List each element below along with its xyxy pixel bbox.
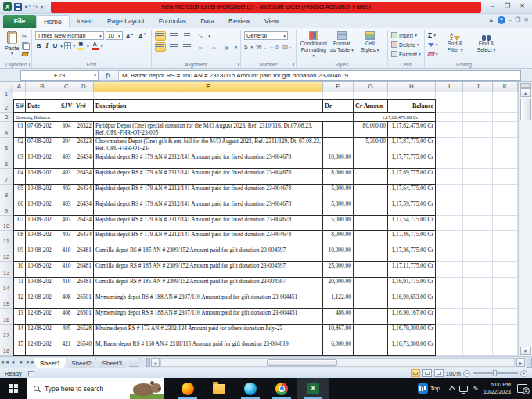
cell[interactable]: 1,17,69,775.00 Cr xyxy=(388,169,436,185)
table-header-sjv[interactable]: SJV xyxy=(59,99,74,113)
cell[interactable] xyxy=(436,231,463,246)
network-icon[interactable] xyxy=(459,386,468,392)
underline-button[interactable]: U xyxy=(52,42,59,49)
tab-formulas[interactable]: Formulas xyxy=(152,15,193,28)
scroll-left-icon[interactable]: ◄ xyxy=(151,358,160,367)
clipboard-dialog-launcher[interactable] xyxy=(26,63,30,66)
cell[interactable]: 1,17,36,775.00 Cr xyxy=(388,246,436,262)
name-box-dropdown-icon[interactable]: ▾ xyxy=(94,73,96,77)
minimize-button[interactable]: – xyxy=(486,2,499,12)
column-header-K[interactable]: K xyxy=(493,82,518,92)
row-header-9[interactable]: 9 xyxy=(0,200,13,216)
taskbar-firefox[interactable] xyxy=(172,378,203,399)
alignment-dialog-launcher[interactable] xyxy=(235,63,239,66)
cell[interactable] xyxy=(74,92,94,99)
tab-home[interactable]: Home xyxy=(36,15,70,28)
pen-icon[interactable]: ✎ xyxy=(473,385,479,393)
column-header-C[interactable]: C xyxy=(59,82,74,92)
table-header-sl-[interactable]: Sl# xyxy=(13,99,26,113)
scrollbar-resize-handle[interactable] xyxy=(527,358,532,368)
show-hidden-icons-chevron[interactable] xyxy=(449,386,455,392)
cell[interactable] xyxy=(436,216,463,232)
format-painter-icon[interactable] xyxy=(21,52,28,56)
cell[interactable] xyxy=(354,293,388,309)
cell[interactable]: 1,122.00 xyxy=(323,293,354,309)
cell[interactable] xyxy=(493,99,518,113)
row-header-13[interactable]: 13 xyxy=(0,262,13,278)
tab-insert[interactable]: Insert xyxy=(70,15,100,28)
pin-ribbon-icon[interactable]: ▲ xyxy=(488,16,494,24)
cell[interactable]: 1,17,46,775.00 Cr xyxy=(388,231,436,246)
cell[interactable]: 1,17,54,775.00 Cr xyxy=(388,216,436,232)
cell[interactable]: 1,16,91,775.00 Cr xyxy=(388,278,436,293)
customize-qat-icon[interactable]: ▾ xyxy=(41,4,43,9)
cell[interactable] xyxy=(13,92,26,99)
format-cells-button[interactable]: Format▾ xyxy=(391,50,421,58)
cell[interactable]: 10-08-202 xyxy=(26,278,59,293)
table-header-cr-amoun[interactable]: Cr Amoun xyxy=(354,99,388,113)
accounting-format-button[interactable]: $ xyxy=(244,43,247,50)
paste-button[interactable]: Paste▾ xyxy=(5,31,20,55)
cell[interactable]: 10-08-202 xyxy=(26,246,59,262)
format-as-table-button[interactable]: Format as Table ▾ xyxy=(328,31,356,52)
cell[interactable]: 13 xyxy=(13,309,26,325)
cell[interactable]: 12-08-202 xyxy=(26,293,59,309)
cell[interactable] xyxy=(354,246,388,262)
cell[interactable] xyxy=(463,138,493,153)
row-header-8[interactable]: 8 xyxy=(0,185,13,200)
row-header-15[interactable]: 15 xyxy=(0,293,13,309)
cell[interactable]: 26434 xyxy=(74,216,94,232)
zoom-slider-thumb[interactable] xyxy=(493,370,497,376)
cell[interactable]: 26540 xyxy=(74,340,94,356)
italic-button[interactable]: I xyxy=(44,42,49,49)
middle-align-button[interactable] xyxy=(168,31,179,41)
cell[interactable] xyxy=(463,293,493,309)
cell[interactable]: 10-08-202 xyxy=(26,153,59,169)
cell[interactable]: 403 xyxy=(59,153,74,169)
cell[interactable]: 1,17,64,775.00 Cr xyxy=(388,185,436,200)
cell[interactable]: 26481 xyxy=(74,262,94,278)
cell[interactable]: 1,17,82,475.00 Cr xyxy=(388,122,436,138)
cell[interactable] xyxy=(493,113,518,122)
cell[interactable] xyxy=(26,92,59,99)
font-color-button[interactable]: A xyxy=(91,41,99,50)
last-sheet-icon[interactable]: ►► xyxy=(26,357,34,368)
workbook-minimize-icon[interactable]: – xyxy=(509,16,512,24)
cell[interactable] xyxy=(354,92,388,99)
cell[interactable]: 1,17,87,775.00 Cr xyxy=(388,138,436,153)
select-all-corner[interactable] xyxy=(0,82,13,92)
cell[interactable] xyxy=(436,138,463,153)
align-left-button[interactable] xyxy=(155,42,166,52)
row-header-1[interactable]: 1 xyxy=(0,92,13,99)
center-button[interactable] xyxy=(168,42,179,52)
cell[interactable]: 12-08-202 xyxy=(26,325,59,340)
clear-button[interactable]: ▾ xyxy=(428,50,438,58)
zoom-slider[interactable] xyxy=(473,372,518,374)
cell[interactable] xyxy=(388,92,436,99)
excel-app-icon[interactable]: X xyxy=(3,2,12,11)
cell[interactable]: 10,000.00 xyxy=(323,246,354,262)
cell[interactable] xyxy=(463,99,493,113)
cell[interactable]: 26481 xyxy=(74,246,94,262)
cell[interactable]: 26528 xyxy=(74,325,94,340)
tab-split-handle[interactable] xyxy=(146,358,150,367)
cell[interactable]: 5,000.00 xyxy=(323,216,354,232)
cell[interactable]: 1,16,73,300.00 Cr xyxy=(388,340,436,356)
cell[interactable]: 05 xyxy=(13,185,26,200)
cell[interactable]: 20,000.00 xyxy=(323,278,354,293)
cell[interactable]: 1,16,90,653.00 Cr xyxy=(388,293,436,309)
cell[interactable] xyxy=(493,262,518,278)
redo-icon[interactable]: ↷ xyxy=(33,3,39,11)
cell[interactable] xyxy=(463,246,493,262)
cell[interactable] xyxy=(354,278,388,293)
zoom-out-button[interactable]: − xyxy=(463,370,470,377)
cell[interactable] xyxy=(354,325,388,340)
sheet-tab-sheet2[interactable]: Sheet2 xyxy=(64,358,98,368)
expand-formula-bar-icon[interactable]: ⌄ xyxy=(521,73,530,78)
cell[interactable] xyxy=(463,231,493,246)
cell[interactable]: 11 xyxy=(13,278,26,293)
cell[interactable] xyxy=(436,246,463,262)
cell[interactable] xyxy=(463,278,493,293)
cell[interactable]: 10-08-202 xyxy=(26,200,59,216)
cell[interactable]: 10-08-202 xyxy=(26,185,59,200)
